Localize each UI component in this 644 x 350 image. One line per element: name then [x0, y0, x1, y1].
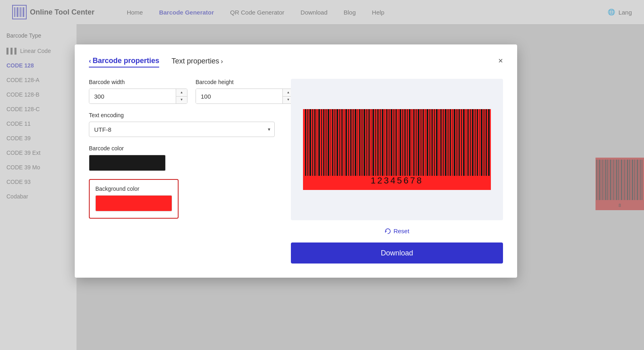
svg-rect-95: [429, 109, 430, 176]
svg-rect-80: [396, 109, 397, 176]
svg-rect-99: [439, 109, 439, 176]
svg-rect-74: [382, 109, 383, 176]
svg-rect-96: [431, 109, 433, 176]
svg-rect-87: [412, 109, 412, 176]
barcode-height-group: Barcode height ▲ ▼: [196, 79, 294, 104]
svg-rect-72: [377, 109, 379, 176]
svg-rect-40: [305, 109, 306, 176]
barcode-width-spinners: ▲ ▼: [176, 89, 187, 103]
barcode-width-input[interactable]: [89, 89, 176, 103]
svg-rect-65: [362, 109, 362, 176]
right-panel: 12345678 Reset Download: [291, 79, 503, 264]
svg-rect-56: [341, 109, 343, 176]
download-button[interactable]: Download: [291, 242, 503, 264]
left-panel: Barcode width ▲ ▼ Barcode height: [89, 79, 275, 264]
text-encoding-select[interactable]: UTF-8 ASCII ISO-8859-1: [89, 122, 274, 137]
svg-rect-105: [452, 109, 452, 176]
barcode-color-label: Barcode color: [89, 145, 275, 152]
svg-rect-102: [445, 109, 446, 176]
svg-rect-100: [440, 109, 442, 176]
background-color-swatch[interactable]: [95, 195, 172, 211]
barcode-value: 12345678: [371, 175, 423, 186]
svg-rect-83: [402, 109, 403, 176]
svg-rect-43: [312, 109, 313, 176]
svg-rect-55: [339, 109, 340, 176]
svg-rect-108: [459, 109, 460, 176]
svg-rect-81: [398, 109, 398, 176]
svg-rect-42: [309, 109, 311, 176]
barcode-preview: 12345678: [303, 109, 491, 190]
svg-rect-118: [481, 109, 482, 176]
svg-rect-93: [425, 109, 425, 176]
barcode-color-swatch[interactable]: [89, 155, 166, 171]
svg-rect-77: [389, 109, 389, 176]
svg-rect-78: [391, 109, 392, 176]
svg-rect-44: [314, 109, 316, 176]
svg-rect-88: [413, 109, 415, 176]
barcode-bars-svg: [303, 109, 491, 176]
svg-rect-64: [359, 109, 360, 176]
svg-rect-41: [307, 109, 308, 176]
svg-rect-49: [326, 109, 326, 176]
svg-rect-54: [337, 109, 338, 176]
reset-icon: [385, 228, 391, 234]
svg-rect-66: [364, 109, 365, 176]
svg-rect-82: [400, 109, 401, 176]
svg-rect-85: [407, 109, 408, 176]
svg-rect-115: [475, 109, 476, 176]
svg-rect-112: [467, 109, 469, 176]
svg-rect-89: [416, 109, 417, 176]
barcode-preview-area: 12345678: [291, 79, 503, 220]
barcode-height-label: Barcode height: [196, 79, 294, 85]
svg-rect-57: [344, 109, 344, 176]
barcode-width-down[interactable]: ▼: [176, 97, 187, 104]
svg-rect-59: [348, 109, 349, 176]
svg-rect-79: [394, 109, 394, 176]
svg-rect-120: [486, 109, 487, 176]
barcode-width-label: Barcode width: [89, 79, 187, 85]
svg-rect-63: [358, 109, 358, 176]
svg-rect-91: [421, 109, 421, 176]
chevron-left-icon: ‹: [89, 57, 91, 65]
svg-rect-46: [318, 109, 320, 176]
svg-rect-92: [423, 109, 424, 176]
svg-rect-117: [479, 109, 480, 176]
modal-body: Barcode width ▲ ▼ Barcode height: [89, 79, 503, 264]
svg-rect-101: [443, 109, 444, 176]
tab-barcode-properties[interactable]: ‹ Barcode properties: [89, 57, 159, 67]
reset-button[interactable]: Reset: [385, 228, 409, 234]
tab-text-properties[interactable]: Text properties ›: [171, 57, 223, 67]
svg-rect-109: [461, 109, 462, 176]
barcode-height-input[interactable]: [196, 89, 282, 103]
svg-rect-76: [386, 109, 387, 176]
svg-rect-39: [303, 109, 491, 176]
reset-label: Reset: [394, 228, 409, 234]
close-button[interactable]: ×: [498, 57, 503, 65]
svg-rect-107: [457, 109, 457, 176]
background-color-label: Background color: [95, 186, 172, 192]
svg-rect-97: [434, 109, 435, 176]
svg-rect-48: [323, 109, 324, 176]
svg-rect-90: [418, 109, 419, 176]
barcode-width-group: Barcode width ▲ ▼: [89, 79, 187, 104]
background-color-section: Background color: [89, 179, 179, 219]
svg-rect-53: [335, 109, 335, 176]
barcode-width-up[interactable]: ▲: [176, 89, 187, 97]
svg-rect-61: [353, 109, 354, 176]
modal: ‹ Barcode properties Text properties › ×…: [75, 44, 517, 278]
barcode-width-input-wrap: ▲ ▼: [89, 89, 187, 104]
svg-rect-86: [409, 109, 410, 176]
text-encoding-group: Text encoding UTF-8 ASCII ISO-8859-1 ▾: [89, 112, 275, 137]
svg-rect-103: [448, 109, 448, 176]
svg-rect-121: [488, 109, 490, 176]
svg-rect-111: [466, 109, 466, 176]
svg-rect-75: [385, 109, 385, 176]
svg-rect-69: [371, 109, 371, 176]
svg-rect-113: [470, 109, 471, 176]
svg-rect-98: [436, 109, 438, 176]
chevron-right-icon: ›: [221, 58, 223, 65]
svg-rect-71: [375, 109, 376, 176]
modal-header: ‹ Barcode properties Text properties › ×: [89, 57, 503, 67]
svg-rect-58: [345, 109, 347, 176]
svg-rect-94: [427, 109, 428, 176]
